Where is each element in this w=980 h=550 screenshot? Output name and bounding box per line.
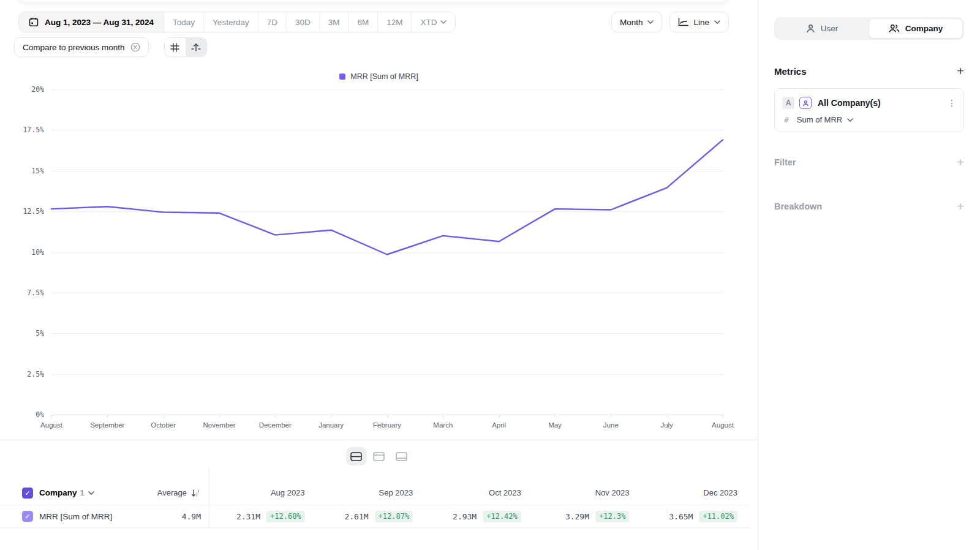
- tab-company[interactable]: Company: [869, 18, 963, 39]
- change-badge: +12.42%: [483, 511, 521, 522]
- date-range-button[interactable]: Aug 1, 2023 — Aug 31, 2024: [19, 12, 164, 32]
- column-header-label: Aug 2023: [271, 488, 305, 497]
- arrow-to-top-icon: [191, 42, 201, 52]
- legend-label: MRR [Sum of MRR]: [350, 72, 418, 81]
- annotations-toggle-button[interactable]: [186, 38, 206, 56]
- section-divider: [0, 440, 758, 440]
- y-axis-tick-label: 20%: [0, 85, 44, 94]
- table-cell: 2.93M+12.42%: [425, 511, 533, 522]
- date-range-segmented-control: Aug 1, 2023 — Aug 31, 2024 Today Yesterd…: [18, 12, 456, 32]
- layout-toggle-group: [0, 447, 758, 465]
- metric-card[interactable]: A All Company(s) ⋮ # Sum of MRR: [774, 88, 964, 132]
- preset-7d[interactable]: 7D: [258, 12, 286, 32]
- table-header-left: ✓ Company 1 Average: [0, 488, 209, 499]
- x-axis-tick-label: October: [135, 421, 192, 429]
- column-header[interactable]: Oct 2023: [425, 488, 533, 497]
- preset-30d[interactable]: 30D: [286, 12, 319, 32]
- x-axis-tick-label: April: [471, 421, 527, 429]
- toolbar: Aug 1, 2023 — Aug 31, 2024 Today Yesterd…: [18, 12, 729, 32]
- chart-option-toggles: [164, 37, 207, 57]
- y-axis-tick-label: 7.5%: [0, 288, 44, 297]
- mrr-series-line: [51, 140, 723, 254]
- table-row-cells: 2.31M+12.68%2.61M+12.87%2.93M+12.42%3.29…: [209, 511, 750, 522]
- column-header[interactable]: Nov 2023: [533, 488, 642, 497]
- preset-yesterday[interactable]: Yesterday: [203, 12, 258, 32]
- column-header[interactable]: Dec 2023: [641, 488, 750, 497]
- y-axis-tick-label: 15%: [0, 167, 44, 175]
- preset-xtd-label: XTD: [420, 18, 437, 27]
- column-header[interactable]: Aug 2023: [209, 488, 317, 497]
- chart-legend: MRR [Sum of MRR]: [0, 72, 758, 81]
- split-view-icon: [350, 452, 362, 461]
- main-panel: Aug 1, 2023 — Aug 31, 2024 Today Yesterd…: [0, 0, 758, 550]
- granularity-dropdown[interactable]: Month: [611, 12, 663, 32]
- preset-6m[interactable]: 6M: [348, 12, 377, 32]
- cell-value: 3.29M: [565, 512, 589, 521]
- chart-type-dropdown[interactable]: Line: [669, 12, 729, 32]
- tab-user[interactable]: User: [775, 18, 869, 39]
- row-checkbox[interactable]: ✓: [22, 511, 33, 522]
- layout-table-only-button[interactable]: [391, 447, 412, 465]
- preset-xtd-dropdown[interactable]: XTD: [411, 12, 455, 32]
- chevron-down-icon: [647, 20, 654, 24]
- add-metric-button[interactable]: +: [957, 65, 964, 77]
- cell-value: 2.31M: [236, 512, 260, 521]
- y-axis-tick-label: 0%: [0, 410, 44, 419]
- toolbar-secondary: Compare to previous month: [14, 37, 207, 57]
- legend-swatch: [339, 73, 345, 80]
- layout-split-view-button[interactable]: [346, 447, 367, 465]
- breakdown-section-header: Breakdown +: [774, 200, 964, 213]
- tab-user-label: User: [821, 24, 839, 33]
- table-header-row: ✓ Company 1 Average Aug 2023Sep 2023Oct …: [0, 481, 750, 504]
- row-average-value: 4.9M: [182, 512, 209, 521]
- cell-value: 3.65M: [669, 512, 693, 521]
- x-axis-tick-label: March: [415, 421, 471, 429]
- x-axis-tick-label: August: [695, 421, 751, 429]
- column-header[interactable]: Sep 2023: [317, 488, 426, 497]
- column-header-label: Nov 2023: [595, 488, 630, 497]
- x-axis-tick: [164, 415, 164, 417]
- grid-toggle-button[interactable]: [165, 38, 186, 56]
- add-breakdown-button[interactable]: +: [957, 200, 964, 213]
- y-axis-tick-label: 5%: [0, 329, 44, 337]
- table-cell: 2.61M+12.87%: [317, 511, 426, 522]
- chevron-down-icon: [440, 20, 447, 24]
- average-header-label: Average: [157, 488, 187, 497]
- add-filter-button[interactable]: +: [957, 156, 964, 168]
- x-axis-tick-label: February: [359, 421, 415, 429]
- compare-chip-label: Compare to previous month: [23, 43, 125, 52]
- sort-icon: [191, 489, 200, 497]
- table-view-icon: [396, 452, 407, 461]
- column-header-label: Dec 2023: [703, 488, 737, 497]
- date-range-label: Aug 1, 2023 — Aug 31, 2024: [45, 18, 154, 27]
- tab-company-label: Company: [905, 24, 943, 33]
- grid-icon: [170, 43, 179, 52]
- close-circle-icon[interactable]: [130, 42, 140, 52]
- compare-chip[interactable]: Compare to previous month: [14, 37, 149, 57]
- aggregation-dropdown[interactable]: Sum of MRR: [797, 115, 842, 124]
- row-group-dropdown[interactable]: Company 1: [39, 488, 94, 497]
- chart-type-label: Line: [693, 18, 709, 27]
- chevron-down-icon: [847, 118, 853, 122]
- metric-aggregation-row: # Sum of MRR: [782, 115, 956, 124]
- table-row[interactable]: ✓ MRR [Sum of MRR] 4.9M 2.31M+12.68%2.61…: [0, 505, 750, 528]
- filter-title: Filter: [774, 157, 796, 167]
- average-header[interactable]: Average: [157, 488, 209, 497]
- select-all-checkbox[interactable]: ✓: [22, 488, 33, 499]
- entity-tabs: User Company: [774, 17, 964, 40]
- preset-3m[interactable]: 3M: [319, 12, 349, 32]
- metric-menu-button[interactable]: ⋮: [948, 100, 956, 105]
- metrics-section-header: Metrics +: [774, 65, 964, 77]
- breakdown-title: Breakdown: [774, 202, 822, 211]
- row-metric-label: MRR [Sum of MRR]: [39, 512, 112, 521]
- x-axis-tick: [443, 415, 443, 417]
- x-axis-tick: [275, 415, 276, 417]
- x-axis-tick-label: August: [23, 421, 80, 429]
- x-axis-tick: [499, 415, 500, 417]
- preset-12m[interactable]: 12M: [377, 12, 411, 32]
- line-chart[interactable]: 0%2.5%5%7.5%10%12.5%15%17.5%20%AugustSep…: [0, 89, 735, 432]
- layout-chart-only-button[interactable]: [369, 447, 390, 465]
- x-axis-tick: [723, 415, 723, 417]
- preset-today[interactable]: Today: [164, 12, 203, 32]
- column-header-label: Sep 2023: [379, 488, 413, 497]
